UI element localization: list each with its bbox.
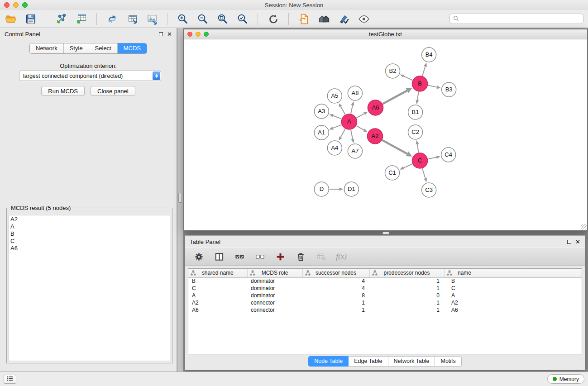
network-edge-A-A1[interactable]	[333, 125, 341, 129]
import-table-from-file-button[interactable]	[75, 13, 87, 25]
zoom-out-button[interactable]	[196, 13, 209, 25]
network-edge-B-B4[interactable]	[422, 67, 425, 76]
zoom-fit-button[interactable]	[216, 13, 229, 25]
search-input[interactable]	[461, 16, 580, 22]
network-node-D1[interactable]: D1	[344, 182, 359, 196]
column-header-successor-nodes[interactable]: successor nodes	[302, 269, 369, 277]
mcds-result-item[interactable]: B	[10, 230, 168, 238]
table-panel-close-button[interactable]: ✕	[575, 239, 580, 245]
network-edge-A-A7[interactable]	[351, 130, 353, 139]
import-network-from-file-button[interactable]	[55, 13, 67, 25]
mcds-result-item[interactable]: A2	[10, 216, 168, 223]
network-edge-C-C4[interactable]	[428, 157, 436, 159]
network-node-C3[interactable]: C3	[422, 183, 436, 197]
network-edge-A2-C[interactable]	[382, 140, 407, 154]
horizontal-splitter[interactable]	[177, 231, 588, 235]
network-node-A6[interactable]: A6	[368, 100, 383, 115]
tab-select[interactable]: Select	[89, 43, 117, 53]
table-row[interactable]: A6connector11A6	[188, 306, 582, 314]
table-row[interactable]: A2connector11A2	[188, 299, 582, 306]
network-edge-A-A6[interactable]	[356, 114, 364, 118]
apply-style-button[interactable]	[338, 13, 350, 25]
vertical-splitter[interactable]	[177, 28, 183, 372]
network-node-C2[interactable]: C2	[408, 125, 423, 139]
select-all-columns-button[interactable]	[234, 251, 245, 262]
column-header-predecessor-nodes[interactable]: predecessor nodes	[369, 269, 444, 277]
network-node-D[interactable]: D	[314, 182, 329, 196]
network-edge-C-C3[interactable]	[422, 168, 425, 178]
task-history-button[interactable]	[4, 375, 16, 384]
vertical-splitter-grip[interactable]	[178, 193, 182, 203]
network-edge-A-A4[interactable]	[340, 129, 345, 138]
close-panel-button[interactable]: Close panel	[91, 86, 135, 96]
tab-mcds[interactable]: MCDS	[117, 43, 147, 53]
network-window-titlebar[interactable]: testGlobe.txt	[184, 29, 587, 39]
network-edge-C-C1[interactable]	[403, 164, 412, 168]
network-edge-C-C2[interactable]	[417, 144, 419, 153]
network-node-B1[interactable]: B1	[408, 105, 423, 119]
network-edge-A-A5[interactable]	[341, 107, 345, 115]
delete-row-button[interactable]	[295, 251, 306, 262]
network-minimize-button[interactable]	[196, 32, 201, 37]
export-table-button[interactable]	[126, 13, 138, 25]
network-node-C4[interactable]: C4	[441, 148, 456, 162]
tab-network-table[interactable]: Network Table	[388, 356, 435, 367]
table-row[interactable]: Cdominator41C	[188, 285, 582, 292]
add-row-button[interactable]	[275, 251, 286, 262]
table-row[interactable]: Adominator80A	[188, 292, 582, 299]
zoom-selected-button[interactable]	[236, 13, 249, 25]
network-edge-A-A3[interactable]	[333, 116, 342, 119]
network-node-A1[interactable]: A1	[314, 125, 329, 140]
network-edge-A6-B[interactable]	[382, 91, 407, 104]
network-node-C1[interactable]: C1	[385, 166, 399, 180]
column-header-mcds-role[interactable]: MCDS role	[247, 269, 302, 277]
run-mcds-button[interactable]: Run MCDS	[41, 86, 85, 96]
network-node-A7[interactable]: A7	[348, 144, 362, 158]
network-node-A2[interactable]: A2	[367, 129, 382, 144]
node-table-grid[interactable]: shared nameMCDS rolesuccessor nodesprede…	[188, 269, 582, 314]
resize-grip-icon[interactable]	[581, 224, 587, 230]
network-canvas[interactable]: B4B2BB3A5A8A6A3B1AA1C2A2A4A7C4CC1C3DD1	[184, 39, 587, 230]
network-node-B2[interactable]: B2	[386, 64, 400, 78]
network-node-A3[interactable]: A3	[314, 104, 329, 119]
network-graph[interactable]: B4B2BB3A5A8A6A3B1AA1C2A2A4A7C4CC1C3DD1	[184, 39, 587, 230]
network-manager-button[interactable]	[318, 13, 330, 25]
search-box[interactable]	[449, 14, 583, 24]
close-window-button[interactable]	[4, 2, 10, 8]
column-header-name[interactable]: name	[444, 269, 485, 277]
tab-node-table[interactable]: Node Table	[308, 356, 349, 367]
column-chooser-button[interactable]	[214, 251, 225, 262]
tab-motifs[interactable]: Motifs	[435, 356, 461, 367]
mcds-result-item[interactable]: C	[10, 238, 168, 245]
network-edge-A-A8[interactable]	[351, 105, 353, 114]
network-node-B4[interactable]: B4	[422, 48, 436, 62]
open-recent-session-button[interactable]	[298, 13, 310, 25]
tab-network[interactable]: Network	[30, 43, 63, 53]
tab-edge-table[interactable]: Edge Table	[349, 356, 388, 367]
network-node-B[interactable]: B	[412, 76, 428, 91]
table-row[interactable]: Bdominator41B	[188, 277, 582, 285]
network-close-button[interactable]	[187, 32, 192, 37]
criterion-dropdown[interactable]: largest connected component (directed)	[19, 71, 161, 81]
refresh-layout-button[interactable]	[267, 13, 279, 25]
show-hide-results-button[interactable]	[358, 13, 370, 25]
network-node-A8[interactable]: A8	[348, 86, 362, 100]
export-network-button[interactable]	[106, 13, 118, 25]
network-node-A4[interactable]: A4	[327, 141, 342, 155]
network-node-A[interactable]: A	[341, 114, 357, 129]
tab-style[interactable]: Style	[63, 43, 89, 53]
column-header-shared-name[interactable]: shared name	[188, 269, 247, 277]
network-node-B3[interactable]: B3	[442, 82, 456, 97]
node-table[interactable]: shared nameMCDS rolesuccessor nodesprede…	[188, 268, 582, 354]
zoom-window-button[interactable]	[22, 2, 28, 8]
horizontal-splitter-grip[interactable]	[382, 232, 389, 234]
open-session-folder-button[interactable]	[5, 13, 17, 25]
export-image-button[interactable]	[146, 13, 158, 25]
mcds-result-item[interactable]: A	[10, 223, 168, 230]
mcds-result-item[interactable]: A6	[10, 245, 168, 252]
network-edge-B-B1[interactable]	[417, 92, 419, 100]
table-panel-float-button[interactable]	[567, 240, 571, 244]
network-edge-A-A2[interactable]	[356, 126, 364, 130]
zoom-in-button[interactable]	[177, 13, 189, 25]
memory-button[interactable]: Memory	[547, 374, 584, 384]
